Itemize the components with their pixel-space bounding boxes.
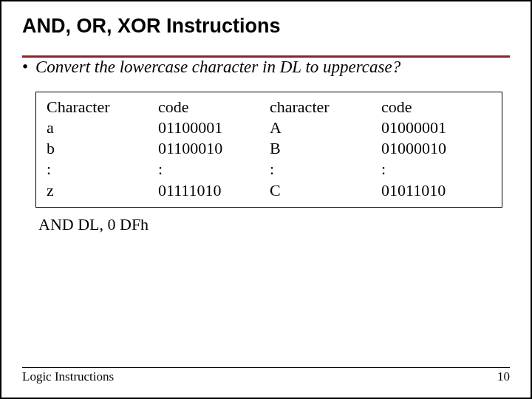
col1-row4: z bbox=[47, 180, 158, 201]
col4-row4: 01011010 bbox=[381, 180, 493, 201]
slide-frame: AND, OR, XOR Instructions • Convert the … bbox=[0, 0, 532, 399]
col4-row1: 01000001 bbox=[381, 117, 493, 138]
col3-header: character bbox=[270, 97, 381, 117]
col3-row4: C bbox=[270, 180, 381, 201]
instruction-line: AND DL, 0 DFh bbox=[38, 215, 510, 234]
col2-row4: 01111010 bbox=[158, 180, 270, 201]
col1-row3: : bbox=[47, 159, 158, 180]
col1-row2: b bbox=[47, 138, 158, 159]
col2-row3: : bbox=[158, 159, 270, 180]
col4-header: code bbox=[381, 97, 493, 117]
col4-row3: : bbox=[381, 159, 493, 180]
col3-row2: B bbox=[270, 138, 381, 159]
table-col-2: code 01100001 01100010 : 01111010 bbox=[158, 97, 270, 201]
footer-left: Logic Instructions bbox=[22, 369, 114, 384]
character-code-table: Character a b : z code 01100001 01100010… bbox=[35, 92, 502, 208]
col1-header: Character bbox=[47, 97, 158, 117]
table-col-4: code 01000001 01000010 : 01011010 bbox=[381, 97, 493, 201]
col1-row1: a bbox=[47, 117, 158, 138]
footer-divider bbox=[22, 367, 510, 368]
bullet-item: • Convert the lowercase character in DL … bbox=[22, 58, 510, 77]
table-col-3: character A B : C bbox=[270, 97, 381, 201]
footer-row: Logic Instructions 10 bbox=[22, 369, 510, 384]
col2-row2: 01100010 bbox=[158, 138, 270, 159]
footer-page-number: 10 bbox=[497, 369, 510, 384]
slide-footer: Logic Instructions 10 bbox=[1, 367, 531, 384]
slide-title: AND, OR, XOR Instructions bbox=[22, 15, 510, 42]
slide-content: AND, OR, XOR Instructions • Convert the … bbox=[1, 1, 531, 234]
bullet-dot-icon: • bbox=[22, 58, 35, 77]
bullet-text: Convert the lowercase character in DL to… bbox=[35, 58, 400, 77]
col4-row2: 01000010 bbox=[381, 138, 493, 159]
table-columns: Character a b : z code 01100001 01100010… bbox=[47, 97, 493, 201]
col2-header: code bbox=[158, 97, 270, 117]
col2-row1: 01100001 bbox=[158, 117, 270, 138]
table-col-1: Character a b : z bbox=[47, 97, 158, 201]
col3-row3: : bbox=[270, 159, 381, 180]
col3-row1: A bbox=[270, 117, 381, 138]
title-block: AND, OR, XOR Instructions bbox=[22, 15, 510, 58]
